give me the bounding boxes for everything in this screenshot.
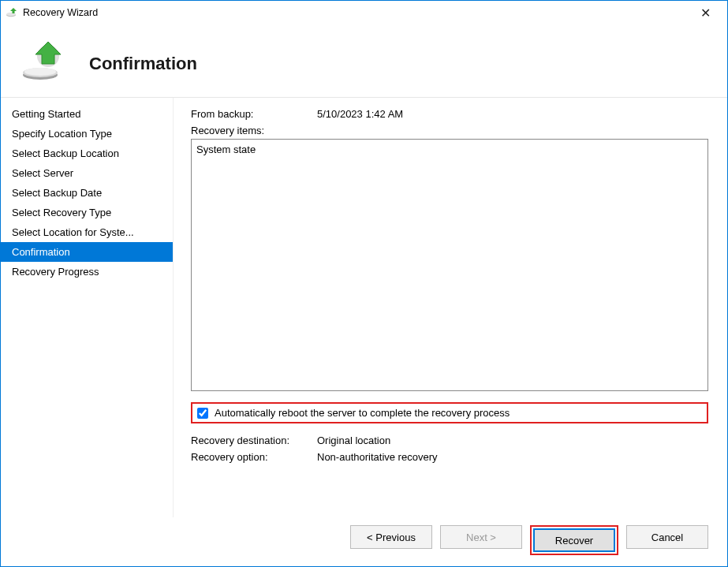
wizard-steps-sidebar: Getting Started Specify Location Type Se… bbox=[1, 98, 173, 517]
reboot-checkbox-row: Automatically reboot the server to compl… bbox=[191, 402, 708, 423]
wizard-footer: < Previous Next > Recover Cancel bbox=[1, 517, 727, 566]
wizard-header: Confirmation bbox=[1, 24, 727, 97]
reboot-checkbox-label-wrap: Automatically reboot the server to compl… bbox=[197, 407, 700, 419]
recovery-items-label: Recovery items: bbox=[191, 125, 708, 136]
wizard-main-panel: From backup: 5/10/2023 1:42 AM Recovery … bbox=[173, 98, 727, 517]
recover-button-highlight: Recover bbox=[530, 525, 618, 555]
recovery-item: System state bbox=[196, 144, 703, 155]
recovery-icon bbox=[20, 35, 70, 86]
from-backup-label: From backup: bbox=[191, 108, 317, 120]
svg-point-4 bbox=[24, 68, 56, 76]
app-icon bbox=[6, 6, 18, 19]
step-select-location-system[interactable]: Select Location for Syste... bbox=[1, 222, 173, 242]
reboot-checkbox-text: Automatically reboot the server to compl… bbox=[215, 407, 510, 419]
reboot-checkbox[interactable] bbox=[197, 408, 208, 419]
window-title: Recovery Wizard bbox=[23, 7, 688, 18]
wizard-body: Getting Started Specify Location Type Se… bbox=[1, 97, 727, 517]
close-button[interactable]: ✕ bbox=[688, 2, 722, 24]
step-confirmation[interactable]: Confirmation bbox=[1, 242, 173, 262]
step-select-recovery-type[interactable]: Select Recovery Type bbox=[1, 203, 173, 222]
step-select-backup-date[interactable]: Select Backup Date bbox=[1, 183, 173, 203]
step-select-server[interactable]: Select Server bbox=[1, 163, 173, 183]
titlebar: Recovery Wizard ✕ bbox=[1, 1, 727, 24]
recovery-items-listbox: System state bbox=[191, 139, 708, 391]
next-button: Next > bbox=[440, 525, 522, 549]
step-recovery-progress[interactable]: Recovery Progress bbox=[1, 262, 173, 282]
step-select-backup-location[interactable]: Select Backup Location bbox=[1, 144, 173, 163]
step-getting-started[interactable]: Getting Started bbox=[1, 104, 173, 124]
previous-button[interactable]: < Previous bbox=[350, 525, 432, 549]
recovery-option-label: Recovery option: bbox=[191, 451, 317, 463]
from-backup-value: 5/10/2023 1:42 AM bbox=[317, 108, 403, 120]
page-title: Confirmation bbox=[89, 54, 197, 74]
step-specify-location-type[interactable]: Specify Location Type bbox=[1, 124, 173, 144]
recover-button[interactable]: Recover bbox=[533, 528, 615, 552]
recovery-destination-label: Recovery destination: bbox=[191, 435, 317, 446]
wizard-window: Recovery Wizard ✕ Confirmation Getting S… bbox=[0, 0, 728, 567]
recovery-option-value: Non-authoritative recovery bbox=[317, 451, 437, 463]
cancel-button[interactable]: Cancel bbox=[626, 525, 708, 549]
recovery-destination-value: Original location bbox=[317, 435, 390, 446]
